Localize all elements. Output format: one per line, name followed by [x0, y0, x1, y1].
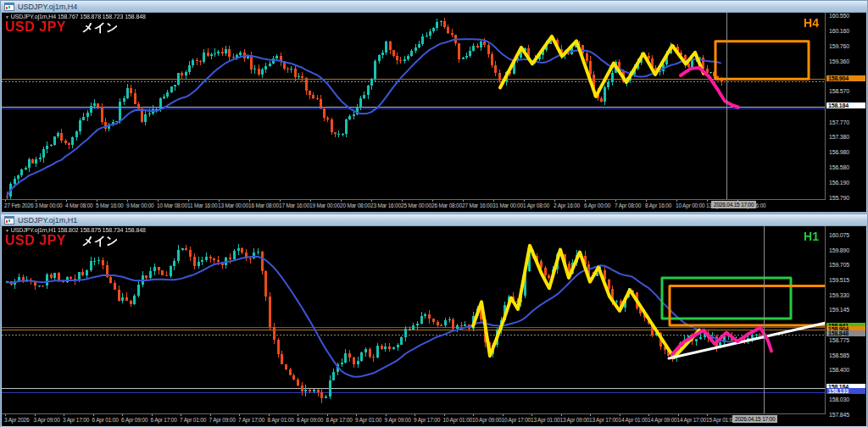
time-tick-label: 8 Apr 17:00 — [326, 417, 353, 423]
time-tick-label: 6 Apr 01:00 — [92, 417, 119, 423]
price-level-label: 158.904 — [826, 75, 865, 81]
price-tick: 159.360 — [829, 58, 849, 64]
time-tick-mark — [503, 414, 504, 416]
time-tick-mark — [648, 414, 649, 416]
time-tick-mark — [356, 414, 357, 416]
time-tick-label: 14 Apr 01:00 — [619, 417, 648, 423]
time-tick-mark — [707, 414, 708, 416]
time-tick-label: 4 Mar 08:00 — [65, 202, 93, 208]
time-tick-mark — [35, 414, 36, 416]
chart-window-icon — [4, 3, 14, 11]
time-tick-mark — [554, 200, 555, 202]
time-tick-mark — [473, 414, 474, 416]
time-tick-label: 31 Mar 00:00 — [492, 202, 523, 208]
price-tick: 158.400 — [829, 367, 849, 373]
time-tick-mark — [310, 200, 311, 202]
time-axis-h4[interactable]: 27 Feb 20263 Mar 00:004 Mar 08:005 Mar 1… — [2, 199, 826, 212]
time-tick-label: 6 Apr 17:00 — [151, 417, 177, 423]
time-tick-mark — [531, 414, 532, 416]
time-tick-label: 10 Apr 00:00 — [676, 202, 704, 208]
price-tick: 157.380 — [829, 134, 849, 140]
time-tick-label: 13 Apr 01:00 — [531, 417, 559, 423]
time-tick-label: 9 Mar 00:00 — [126, 202, 154, 208]
price-tick: 160.075 — [829, 232, 849, 238]
time-tick-mark — [280, 200, 281, 202]
time-tick-mark — [432, 200, 433, 202]
time-tick-mark — [585, 200, 586, 202]
time-tick-mark — [676, 200, 677, 202]
time-tick-mark — [269, 414, 270, 416]
time-tick-mark — [152, 414, 153, 416]
time-tick-mark — [181, 414, 181, 416]
time-tick-label: 3 Mar 00:00 — [35, 202, 63, 208]
time-tick-mark — [219, 200, 220, 202]
window-titlebar-h1[interactable]: USDJPY.oj1m,H1 — [1, 214, 867, 226]
crosshair-time-label: 2026.04.15 17:00 — [711, 201, 756, 208]
time-tick-label: 1 Apr 08:00 — [523, 202, 549, 208]
price-level-label: 158.848 — [826, 330, 865, 336]
price-tick: 159.760 — [829, 43, 849, 49]
window-titlebar-h4[interactable]: USDJPY.oj1m,H4 — [1, 1, 867, 13]
time-tick-mark — [646, 200, 647, 202]
time-tick-mark — [444, 414, 445, 416]
time-tick-label: 13 Apr 09:00 — [560, 417, 589, 423]
time-tick-label: 5 Mar 16:00 — [96, 202, 124, 208]
price-tick: 159.330 — [829, 292, 849, 298]
price-tick: 157.845 — [829, 412, 849, 418]
time-tick-label: 3 Apr 17:00 — [63, 417, 89, 423]
timeframe-badge-h4: H4 — [804, 16, 819, 30]
price-tick: 157.770 — [829, 119, 849, 125]
time-tick-label: 3 Apr 2026 — [4, 417, 29, 423]
time-tick-label: 17 Mar 16:00 — [279, 202, 309, 208]
time-tick-label: 7 Apr 09:00 — [209, 417, 236, 423]
time-tick-mark — [66, 200, 67, 202]
time-tick-mark — [463, 200, 464, 202]
time-tick-mark — [341, 200, 342, 202]
time-tick-mark — [122, 414, 123, 416]
time-tick-label: 10 Apr 09:00 — [472, 417, 501, 423]
window-title-h1: USDJPY.oj1m,H1 — [18, 216, 77, 225]
time-tick-label: 8 Apr 01:00 — [268, 417, 294, 423]
time-tick-label: 9 Apr 01:00 — [355, 417, 381, 423]
time-tick-mark — [493, 200, 494, 202]
time-tick-label: 6 Apr 00:00 — [584, 202, 610, 208]
time-axis-h1[interactable]: 3 Apr 20263 Apr 09:003 Apr 17:006 Apr 01… — [2, 413, 826, 426]
time-tick-mark — [127, 200, 128, 202]
time-tick-mark — [620, 414, 620, 416]
timeframe-badge-h1: H1 — [804, 230, 819, 243]
time-tick-mark — [249, 200, 250, 202]
time-tick-mark — [64, 414, 64, 416]
time-tick-label: 14 Apr 17:00 — [677, 417, 706, 423]
h1-candlestick-canvas[interactable] — [2, 226, 826, 414]
price-tick: 158.570 — [829, 88, 849, 94]
price-tick: 159.890 — [829, 247, 849, 253]
price-scale-h4[interactable]: 160.550160.160159.760159.360158.570157.7… — [825, 13, 866, 212]
time-tick-label: 26 Mar 08:00 — [431, 202, 462, 208]
chart-area-h1[interactable]: ▼ USDJPY.oj1m,H1 158.802 158.875 158.734… — [2, 226, 866, 426]
time-tick-mark — [615, 200, 616, 202]
time-tick-mark — [415, 414, 415, 416]
time-tick-mark — [707, 200, 708, 202]
chart-area-h4[interactable]: ▼ USDJPY.oj1m,H4 158.767 158.878 158.723… — [2, 13, 866, 212]
price-level-label: 158.184 — [826, 103, 865, 108]
time-tick-label: 14 Apr 09:00 — [648, 417, 676, 423]
h4-candlestick-canvas[interactable] — [2, 13, 826, 200]
price-tick: 156.980 — [829, 149, 849, 155]
time-tick-label: 23 Mar 16:00 — [370, 202, 401, 208]
time-tick-label: 10 Apr 17:00 — [502, 417, 531, 423]
time-tick-label: 20 Mar 08:00 — [340, 202, 370, 208]
chart-window-icon — [4, 216, 14, 225]
time-tick-label: 2 Apr 16:00 — [554, 202, 580, 208]
price-tick: 159.515 — [829, 277, 849, 283]
price-scale-h1[interactable]: 160.075159.890159.705159.515159.330159.1… — [825, 226, 866, 426]
time-tick-label: 11 Mar 16:00 — [187, 202, 217, 208]
price-tick: 155.790 — [829, 195, 849, 201]
time-tick-label: 10 Mar 08:00 — [157, 202, 187, 208]
time-tick-label: 6 Apr 09:00 — [121, 417, 147, 423]
chart-window-h1: USDJPY.oj1m,H1 ▼ USDJPY.oj1m,H1 158.802 … — [0, 214, 868, 427]
time-tick-label: 9 Apr 17:00 — [414, 417, 440, 423]
time-tick-mark — [590, 414, 591, 416]
time-tick-label: 8 Apr 09:00 — [297, 417, 323, 423]
price-tick: 159.145 — [829, 307, 849, 313]
time-tick-label: 10 Apr 01:00 — [443, 417, 472, 423]
